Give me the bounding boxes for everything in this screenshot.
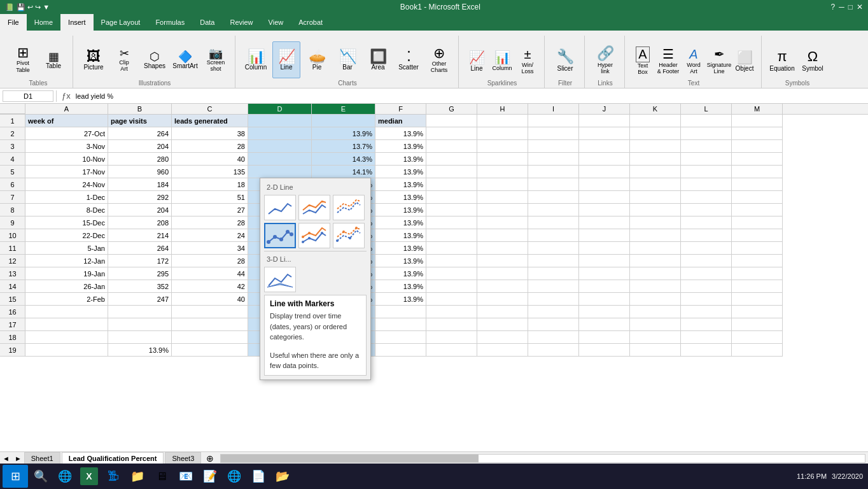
- formula-input[interactable]: [76, 92, 865, 100]
- cell[interactable]: [528, 280, 579, 293]
- taskbar-excel[interactable]: X: [78, 465, 101, 482]
- cell[interactable]: 13.9%: [375, 293, 426, 306]
- pie-chart-button[interactable]: 🥧 Pie: [303, 41, 331, 78]
- col-header-g[interactable]: G: [426, 104, 477, 114]
- cell[interactable]: [172, 331, 248, 344]
- sheet-tab-sheet3[interactable]: Sheet3: [165, 452, 201, 465]
- cell[interactable]: [477, 178, 528, 191]
- cell[interactable]: [528, 306, 579, 318]
- cell[interactable]: 13.9%: [375, 166, 426, 178]
- cell[interactable]: 5-Jan: [25, 242, 108, 255]
- cell[interactable]: [528, 318, 579, 331]
- cell[interactable]: 13.9%: [375, 216, 426, 229]
- cell[interactable]: 13.9%: [375, 140, 426, 153]
- cell[interactable]: [477, 216, 528, 229]
- sheet-tab-sheet1[interactable]: Sheet1: [24, 452, 60, 465]
- cell[interactable]: 27: [172, 204, 248, 216]
- cell[interactable]: 184: [108, 178, 172, 191]
- cell[interactable]: [732, 204, 783, 216]
- cell[interactable]: [681, 331, 732, 344]
- cell[interactable]: 13.9%: [375, 267, 426, 280]
- cell[interactable]: 13.9%: [312, 127, 375, 140]
- cell[interactable]: [25, 331, 108, 344]
- new-sheet-icon[interactable]: ⊕: [202, 453, 218, 464]
- cell[interactable]: 19: [0, 344, 25, 357]
- cell[interactable]: [477, 191, 528, 204]
- cell[interactable]: [528, 127, 579, 140]
- wordart-button[interactable]: A WordArt: [682, 43, 705, 78]
- clip-art-button[interactable]: ✂ ClipArt: [110, 41, 138, 78]
- cell[interactable]: 13.9%: [375, 255, 426, 267]
- cell[interactable]: 264: [108, 127, 172, 140]
- cell[interactable]: [630, 191, 681, 204]
- cell[interactable]: [477, 229, 528, 242]
- taskbar-acrobat[interactable]: 📄: [247, 465, 270, 482]
- line-basic-button[interactable]: [264, 195, 296, 220]
- cell[interactable]: [681, 153, 732, 166]
- taskbar-word[interactable]: 📝: [199, 465, 221, 482]
- cell[interactable]: [477, 344, 528, 357]
- fx-icon[interactable]: ƒx: [59, 91, 73, 101]
- cell[interactable]: [477, 166, 528, 178]
- cell[interactable]: 2-Feb: [25, 293, 108, 306]
- cell[interactable]: [528, 166, 579, 178]
- cell-e1[interactable]: [312, 115, 375, 127]
- cell[interactable]: 12-Jan: [25, 255, 108, 267]
- cell[interactable]: [426, 191, 477, 204]
- slicer-button[interactable]: 🔧 Slicer: [551, 41, 579, 78]
- cell[interactable]: [477, 293, 528, 306]
- symbol-button[interactable]: Ω Symbol: [799, 41, 827, 78]
- text-box-button[interactable]: A TextBox: [631, 43, 654, 78]
- cell[interactable]: [732, 153, 783, 166]
- cell-d1[interactable]: [248, 115, 312, 127]
- cell[interactable]: [248, 153, 312, 166]
- cell[interactable]: [528, 140, 579, 153]
- cell[interactable]: [426, 293, 477, 306]
- cell[interactable]: [528, 344, 579, 357]
- cell[interactable]: [172, 318, 248, 331]
- other-charts-button[interactable]: ⊕ OtherCharts: [425, 41, 453, 78]
- cell[interactable]: 292: [108, 191, 172, 204]
- bar-chart-button[interactable]: 📉 Bar: [333, 41, 361, 78]
- cell[interactable]: 7: [0, 191, 25, 204]
- equation-button[interactable]: π Equation: [768, 41, 796, 78]
- cell[interactable]: 4: [0, 153, 25, 166]
- cell[interactable]: [426, 153, 477, 166]
- cell-j1[interactable]: [579, 115, 630, 127]
- cell[interactable]: 247: [108, 293, 172, 306]
- row-header-1[interactable]: 1: [0, 115, 25, 127]
- cell[interactable]: 5: [0, 166, 25, 178]
- cell[interactable]: 135: [172, 166, 248, 178]
- tab-view[interactable]: View: [261, 14, 291, 31]
- cell[interactable]: [732, 229, 783, 242]
- cell[interactable]: [375, 318, 426, 331]
- cell[interactable]: 960: [108, 166, 172, 178]
- cell[interactable]: [426, 267, 477, 280]
- cell[interactable]: 34: [172, 242, 248, 255]
- cell[interactable]: [579, 318, 630, 331]
- cell[interactable]: 3-Nov: [25, 140, 108, 153]
- col-header-h[interactable]: H: [477, 104, 528, 114]
- cell[interactable]: [579, 204, 630, 216]
- cell[interactable]: [426, 306, 477, 318]
- cell[interactable]: 3: [0, 140, 25, 153]
- cell[interactable]: [172, 306, 248, 318]
- cell[interactable]: [477, 306, 528, 318]
- cell[interactable]: 9: [0, 216, 25, 229]
- col-header-f[interactable]: F: [375, 104, 426, 114]
- cell[interactable]: [630, 255, 681, 267]
- cell[interactable]: 8-Dec: [25, 204, 108, 216]
- shapes-button[interactable]: ⬡ Shapes: [141, 41, 169, 78]
- close-button[interactable]: ✕: [857, 3, 863, 11]
- cell[interactable]: [681, 140, 732, 153]
- cell[interactable]: 10: [0, 229, 25, 242]
- cell[interactable]: [528, 293, 579, 306]
- cell[interactable]: 12: [0, 255, 25, 267]
- cell[interactable]: 42: [172, 280, 248, 293]
- cell[interactable]: 14: [0, 280, 25, 293]
- cell[interactable]: [375, 344, 426, 357]
- line-sparkline-button[interactable]: 📈 Line: [465, 43, 488, 78]
- cell[interactable]: 38: [172, 127, 248, 140]
- cell[interactable]: [426, 229, 477, 242]
- cell[interactable]: [477, 318, 528, 331]
